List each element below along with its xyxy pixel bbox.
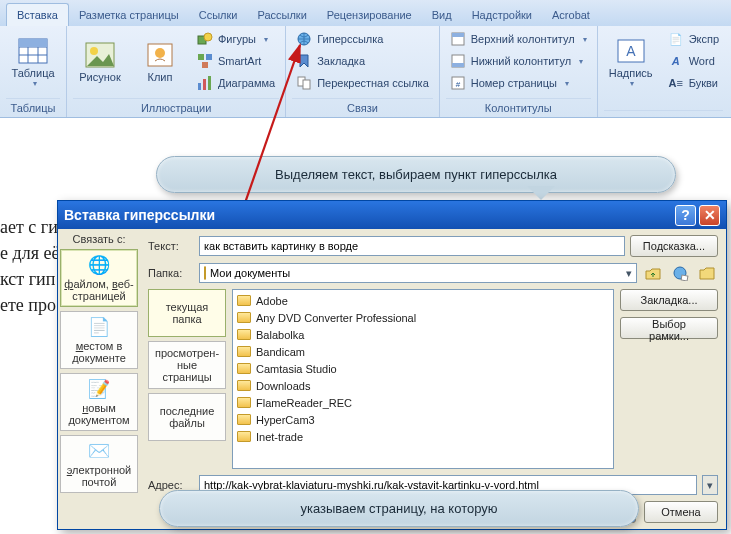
list-item[interactable]: Bandicam bbox=[237, 343, 609, 360]
address-dropdown-icon[interactable]: ▾ bbox=[702, 475, 718, 495]
svg-rect-32 bbox=[681, 275, 688, 281]
group-illustrations-title: Иллюстрации bbox=[73, 98, 279, 117]
dropcap-label: Букви bbox=[689, 77, 718, 89]
smartart-button[interactable]: SmartArt bbox=[193, 51, 279, 71]
browse-file-button[interactable] bbox=[696, 263, 718, 283]
tab-current-folder[interactable]: текущая папка bbox=[148, 289, 226, 337]
crossref-button[interactable]: Перекрестная ссылка bbox=[292, 73, 433, 93]
bookmark-dialog-button[interactable]: Закладка... bbox=[620, 289, 718, 311]
svg-rect-22 bbox=[452, 33, 464, 37]
group-text-title bbox=[604, 110, 723, 117]
tab-page-layout[interactable]: Разметка страницы bbox=[69, 4, 189, 26]
tab-review[interactable]: Рецензирование bbox=[317, 4, 422, 26]
target-frame-button[interactable]: Выбор рамки... bbox=[620, 317, 718, 339]
clip-button[interactable]: Клип bbox=[133, 28, 187, 94]
annotation-callout-1: Выделяем текст, выбираем пункт гиперссыл… bbox=[156, 156, 676, 193]
linkto-new-doc[interactable]: 📝 новым документом bbox=[60, 373, 138, 431]
footer-button[interactable]: Нижний колонтитул▾ bbox=[446, 51, 591, 71]
tab-browsed-pages[interactable]: просмотрен-ные страницы bbox=[148, 341, 226, 389]
svg-rect-14 bbox=[202, 62, 208, 68]
table-icon bbox=[17, 35, 49, 67]
crossref-icon bbox=[296, 75, 312, 91]
browse-web-button[interactable] bbox=[669, 263, 691, 283]
file-list[interactable]: AdobeAny DVD Converter ProfessionalBalab… bbox=[232, 289, 614, 469]
svg-rect-16 bbox=[203, 79, 206, 90]
list-item[interactable]: Adobe bbox=[237, 292, 609, 309]
picture-button[interactable]: Рисунок bbox=[73, 28, 127, 94]
smartart-label: SmartArt bbox=[218, 55, 261, 67]
tab-view[interactable]: Вид bbox=[422, 4, 462, 26]
quickparts-button[interactable]: 📄Экспр bbox=[664, 29, 723, 49]
group-links: Гиперссылка Закладка Перекрестная ссылка… bbox=[286, 26, 440, 117]
header-icon bbox=[450, 31, 466, 47]
folder-dropdown[interactable]: Мои документы ▾ bbox=[199, 263, 637, 283]
globe-page-icon: 🌐 bbox=[88, 254, 110, 276]
hyperlink-label: Гиперссылка bbox=[317, 33, 383, 45]
svg-rect-17 bbox=[208, 76, 211, 90]
list-item[interactable]: Any DVD Converter Professional bbox=[237, 309, 609, 326]
folder-icon bbox=[237, 414, 251, 425]
svg-rect-15 bbox=[198, 83, 201, 90]
dialog-titlebar[interactable]: Вставка гиперссылки ? ✕ bbox=[58, 201, 726, 229]
folder-value: Мои документы bbox=[210, 267, 290, 279]
dialog-main: Текст: Подсказка... Папка: Мои документы… bbox=[140, 229, 726, 529]
list-item[interactable]: Inet-trade bbox=[237, 428, 609, 445]
footer-icon bbox=[450, 53, 466, 69]
tab-recent-files[interactable]: последние файлы bbox=[148, 393, 226, 441]
linkto-place-label: местом в документе bbox=[63, 340, 135, 364]
dropcap-icon: A≡ bbox=[668, 75, 684, 91]
tooltip-button[interactable]: Подсказка... bbox=[630, 235, 718, 257]
list-item[interactable]: Camtasia Studio bbox=[237, 360, 609, 377]
linkto-file-web[interactable]: 🌐 файлом, веб-страницей bbox=[60, 249, 138, 307]
header-button[interactable]: Верхний колонтитул▾ bbox=[446, 29, 591, 49]
linkto-email[interactable]: ✉️ электронной почтой bbox=[60, 435, 138, 493]
table-button[interactable]: Таблица▾ bbox=[6, 28, 60, 94]
folder-label: Папка: bbox=[148, 267, 194, 279]
table-label: Таблица bbox=[11, 67, 54, 79]
file-name: HyperCam3 bbox=[256, 414, 315, 426]
chart-button[interactable]: Диаграмма bbox=[193, 73, 279, 93]
new-doc-icon: 📝 bbox=[88, 378, 110, 400]
wordart-button[interactable]: AWord bbox=[664, 51, 723, 71]
tab-addins[interactable]: Надстройки bbox=[462, 4, 542, 26]
text-input[interactable] bbox=[199, 236, 625, 256]
folder-icon bbox=[237, 312, 251, 323]
bookmark-label: Закладка bbox=[317, 55, 365, 67]
tab-acrobat[interactable]: Acrobat bbox=[542, 4, 600, 26]
up-folder-button[interactable] bbox=[642, 263, 664, 283]
dropcap-button[interactable]: A≡Букви bbox=[664, 73, 723, 93]
svg-point-7 bbox=[90, 47, 98, 55]
dialog-close-button[interactable]: ✕ bbox=[699, 205, 720, 226]
dialog-help-button[interactable]: ? bbox=[675, 205, 696, 226]
picture-label: Рисунок bbox=[79, 71, 121, 83]
group-text: A Надпись▾ 📄Экспр AWord A≡Букви bbox=[598, 26, 729, 117]
bookmark-button[interactable]: Закладка bbox=[292, 51, 433, 71]
tab-mailings[interactable]: Рассылки bbox=[247, 4, 316, 26]
file-name: Bandicam bbox=[256, 346, 305, 358]
cancel-button[interactable]: Отмена bbox=[644, 501, 718, 523]
shapes-button[interactable]: Фигуры▾ bbox=[193, 29, 279, 49]
svg-text:#: # bbox=[456, 80, 461, 89]
textbox-button[interactable]: A Надпись▾ bbox=[604, 28, 658, 94]
hyperlink-dialog: Вставка гиперссылки ? ✕ Связать с: 🌐 фай… bbox=[57, 200, 727, 530]
linkto-place-doc[interactable]: 📄 местом в документе bbox=[60, 311, 138, 369]
tab-links[interactable]: Ссылки bbox=[189, 4, 248, 26]
pagenum-button[interactable]: #Номер страницы▾ bbox=[446, 73, 591, 93]
list-item[interactable]: HyperCam3 bbox=[237, 411, 609, 428]
chart-label: Диаграмма bbox=[218, 77, 275, 89]
bookmark-icon bbox=[296, 53, 312, 69]
link-to-panel: Связать с: 🌐 файлом, веб-страницей 📄 мес… bbox=[58, 229, 140, 529]
text-label: Текст: bbox=[148, 240, 194, 252]
header-label: Верхний колонтитул bbox=[471, 33, 575, 45]
tab-insert[interactable]: Вставка bbox=[6, 3, 69, 26]
hyperlink-button[interactable]: Гиперссылка bbox=[292, 29, 433, 49]
shapes-label: Фигуры bbox=[218, 33, 256, 45]
annotation-callout-2: указываем страницу, на которую bbox=[159, 490, 639, 527]
list-item[interactable]: Balabolka bbox=[237, 326, 609, 343]
pagenum-icon: # bbox=[450, 75, 466, 91]
picture-icon bbox=[84, 39, 116, 71]
list-item[interactable]: FlameReader_REC bbox=[237, 394, 609, 411]
wordart-label: Word bbox=[689, 55, 715, 67]
svg-point-11 bbox=[204, 33, 212, 41]
list-item[interactable]: Downloads bbox=[237, 377, 609, 394]
